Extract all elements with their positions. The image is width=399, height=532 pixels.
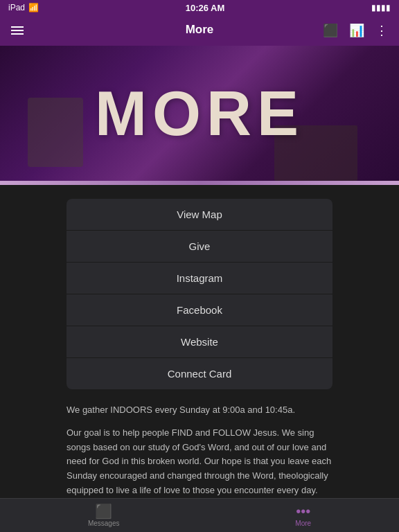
more-tab-label: More [295, 520, 311, 527]
tab-bar: ⬛ Messages ••• More [0, 498, 399, 532]
hero-section: MORE [0, 46, 399, 181]
status-time: 10:26 AM [186, 3, 225, 13]
description-line2: Our goal is to help people FIND and FOLL… [66, 426, 332, 498]
facebook-button[interactable]: Facebook [66, 294, 332, 326]
chart-icon[interactable]: 📊 [349, 23, 364, 38]
menu-list: View Map Give Instagram Facebook Website… [0, 199, 399, 389]
description-line1: We gather INDOORS every Sunday at 9:00a … [66, 403, 332, 418]
description-section: We gather INDOORS every Sunday at 9:00a … [0, 389, 399, 512]
connect-card-button[interactable]: Connect Card [66, 358, 332, 389]
instagram-button[interactable]: Instagram [66, 263, 332, 294]
more-dots-icon[interactable]: ⋮ [375, 23, 388, 38]
website-button[interactable]: Website [66, 326, 332, 358]
hero-title: MORE [95, 78, 304, 149]
content-area: View Map Give Instagram Facebook Website… [0, 185, 399, 512]
give-button[interactable]: Give [66, 231, 332, 263]
wifi-icon: 📶 [28, 3, 39, 12]
ipad-label: iPad [8, 3, 25, 12]
battery-icon: ▮▮▮▮ [371, 3, 391, 12]
tab-more[interactable]: ••• More [281, 500, 325, 531]
status-left: iPad 📶 [8, 3, 39, 12]
messages-tab-label: Messages [88, 520, 120, 527]
more-tab-icon: ••• [296, 504, 310, 518]
tab-messages[interactable]: ⬛ Messages [74, 500, 134, 531]
nav-icons: ⬛ 📊 ⋮ [323, 23, 388, 38]
status-right: ▮▮▮▮ [371, 3, 391, 12]
nav-bar: More ⬛ 📊 ⋮ [0, 15, 399, 46]
status-bar: iPad 📶 10:26 AM ▮▮▮▮ [0, 0, 399, 15]
view-map-button[interactable]: View Map [66, 199, 332, 231]
hamburger-menu-button[interactable] [11, 26, 24, 35]
messages-tab-icon: ⬛ [95, 504, 112, 518]
nav-title: More [186, 23, 214, 37]
cast-icon[interactable]: ⬛ [323, 23, 338, 38]
